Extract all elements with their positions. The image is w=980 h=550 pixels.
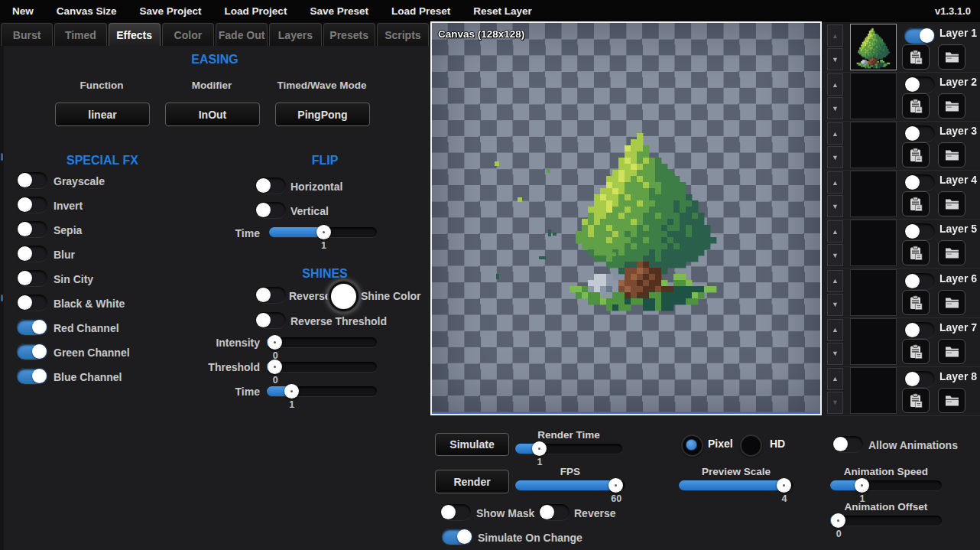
easing-timed-wave-mode-button[interactable]: PingPong bbox=[275, 103, 370, 126]
layer-thumbnail[interactable] bbox=[850, 171, 897, 217]
layer-paste-button[interactable] bbox=[902, 44, 930, 70]
tab-effects[interactable]: Effects bbox=[109, 23, 161, 46]
layer-move-up-button[interactable]: ▲ bbox=[827, 270, 843, 292]
flip-vertical-toggle[interactable] bbox=[255, 202, 286, 218]
layer-folder-button[interactable] bbox=[938, 388, 965, 413]
fx-toggle-green-channel[interactable] bbox=[17, 343, 47, 360]
menu-item-save-project[interactable]: Save Project bbox=[140, 5, 202, 17]
layer-thumbnail[interactable] bbox=[850, 318, 897, 365]
layer-paste-button[interactable] bbox=[902, 93, 930, 119]
layer-visibility-toggle[interactable] bbox=[904, 322, 935, 338]
layer-paste-button[interactable] bbox=[902, 142, 930, 168]
layer-move-down-button[interactable]: ▼ bbox=[827, 48, 843, 70]
layer-visibility-toggle[interactable] bbox=[904, 125, 935, 142]
tab-color[interactable]: Color bbox=[162, 23, 214, 46]
render-button[interactable]: Render bbox=[435, 470, 509, 493]
left-scrollbar[interactable] bbox=[0, 46, 4, 550]
layer-folder-button[interactable] bbox=[938, 93, 965, 119]
shines-intensity-slider-knob[interactable] bbox=[268, 335, 282, 350]
layer-folder-button[interactable] bbox=[938, 191, 965, 216]
shines-reverse-toggle[interactable] bbox=[255, 287, 286, 303]
animation-speed-slider-knob[interactable] bbox=[855, 478, 869, 493]
fx-toggle-sepia[interactable] bbox=[17, 221, 47, 237]
preview-scale-slider[interactable] bbox=[679, 480, 793, 490]
fx-toggle-blue-channel[interactable] bbox=[17, 368, 47, 384]
layer-paste-button[interactable] bbox=[902, 191, 930, 216]
easing-modifier-button[interactable]: InOut bbox=[165, 103, 260, 126]
menu-item-save-preset[interactable]: Save Preset bbox=[310, 5, 368, 17]
fx-toggle-blur[interactable] bbox=[17, 246, 47, 262]
tab-presets[interactable]: Presets bbox=[323, 23, 375, 46]
layer-visibility-toggle[interactable] bbox=[904, 76, 935, 93]
layer-visibility-toggle[interactable] bbox=[904, 28, 935, 44]
fx-toggle-grayscale[interactable] bbox=[17, 172, 47, 188]
shines-intensity-slider[interactable] bbox=[267, 337, 377, 347]
layer-thumbnail[interactable] bbox=[850, 367, 897, 414]
tab-layers[interactable]: Layers bbox=[269, 23, 321, 46]
fps-slider[interactable] bbox=[515, 480, 625, 490]
layer-folder-button[interactable] bbox=[938, 240, 965, 265]
layer-move-down-button[interactable]: ▼ bbox=[827, 244, 843, 266]
layer-move-down-button[interactable]: ▼ bbox=[827, 392, 843, 414]
fx-toggle-black---white[interactable] bbox=[17, 295, 47, 311]
hd-mode-radio[interactable] bbox=[740, 434, 762, 457]
layer-folder-button[interactable] bbox=[938, 339, 965, 364]
tab-scripts[interactable]: Scripts bbox=[377, 23, 429, 46]
shines-time-slider[interactable] bbox=[267, 386, 377, 396]
menu-item-load-project[interactable]: Load Project bbox=[225, 5, 287, 17]
shines-threshold-slider[interactable] bbox=[267, 362, 377, 372]
animation-offset-slider[interactable] bbox=[830, 516, 942, 526]
layer-thumbnail[interactable] bbox=[850, 269, 897, 316]
layer-move-up-button[interactable]: ▲ bbox=[827, 368, 843, 390]
layer-move-up-button[interactable]: ▲ bbox=[827, 220, 843, 242]
render-time-slider-knob[interactable] bbox=[532, 441, 547, 456]
fx-toggle-red-channel[interactable] bbox=[17, 319, 47, 335]
fps-slider-knob[interactable] bbox=[608, 478, 623, 493]
layer-thumbnail[interactable] bbox=[850, 220, 897, 266]
layer-move-down-button[interactable]: ▼ bbox=[827, 294, 843, 316]
layer-move-down-button[interactable]: ▼ bbox=[827, 195, 843, 217]
shine-color-swatch[interactable] bbox=[329, 282, 359, 311]
layer-move-up-button[interactable]: ▲ bbox=[827, 122, 843, 145]
fx-toggle-invert[interactable] bbox=[17, 197, 47, 213]
menu-item-canvas-size[interactable]: Canvas Size bbox=[57, 5, 117, 17]
layer-move-up-button[interactable]: ▲ bbox=[827, 319, 843, 341]
layer-paste-button[interactable] bbox=[902, 290, 930, 315]
flip-time-slider[interactable] bbox=[269, 227, 377, 237]
flip-horizontal-toggle[interactable] bbox=[255, 177, 286, 194]
layer-paste-button[interactable] bbox=[902, 388, 930, 413]
menu-item-new[interactable]: New bbox=[12, 5, 34, 17]
layer-move-down-button[interactable]: ▼ bbox=[827, 146, 843, 168]
menu-item-load-preset[interactable]: Load Preset bbox=[391, 5, 450, 17]
layer-folder-button[interactable] bbox=[938, 290, 965, 315]
layer-folder-button[interactable] bbox=[938, 44, 965, 70]
tab-fade-out[interactable]: Fade Out bbox=[216, 23, 268, 46]
simulate-on-change-toggle[interactable] bbox=[442, 529, 472, 545]
fx-toggle-sin-city[interactable] bbox=[17, 270, 47, 286]
show-mask-toggle[interactable] bbox=[440, 504, 471, 520]
layer-thumbnail[interactable] bbox=[850, 122, 897, 168]
layer-move-down-button[interactable]: ▼ bbox=[827, 97, 843, 119]
layer-thumbnail[interactable] bbox=[850, 24, 897, 70]
reverse-threshold-toggle[interactable] bbox=[255, 312, 286, 328]
bottom-reverse-toggle[interactable] bbox=[539, 504, 570, 520]
shines-threshold-slider-knob[interactable] bbox=[268, 360, 282, 374]
layer-paste-button[interactable] bbox=[902, 240, 930, 265]
tab-timed[interactable]: Timed bbox=[54, 23, 106, 46]
simulate-button[interactable]: Simulate bbox=[435, 433, 509, 456]
layer-visibility-toggle[interactable] bbox=[904, 371, 935, 387]
allow-animations-toggle[interactable] bbox=[832, 436, 863, 452]
layer-visibility-toggle[interactable] bbox=[904, 174, 935, 190]
layer-visibility-toggle[interactable] bbox=[904, 223, 935, 239]
layer-folder-button[interactable] bbox=[938, 142, 965, 168]
layer-move-up-button[interactable]: ▲ bbox=[827, 73, 843, 96]
layer-thumbnail[interactable] bbox=[850, 73, 897, 119]
pixel-mode-radio[interactable] bbox=[681, 434, 703, 457]
easing-function-button[interactable]: linear bbox=[55, 103, 150, 126]
render-time-slider[interactable] bbox=[515, 444, 622, 454]
layer-move-down-button[interactable]: ▼ bbox=[827, 343, 843, 365]
layer-visibility-toggle[interactable] bbox=[904, 273, 935, 289]
flip-time-slider-knob[interactable] bbox=[316, 225, 331, 239]
layer-move-up-button[interactable]: ▲ bbox=[827, 171, 843, 194]
preview-scale-slider-knob[interactable] bbox=[777, 478, 791, 493]
